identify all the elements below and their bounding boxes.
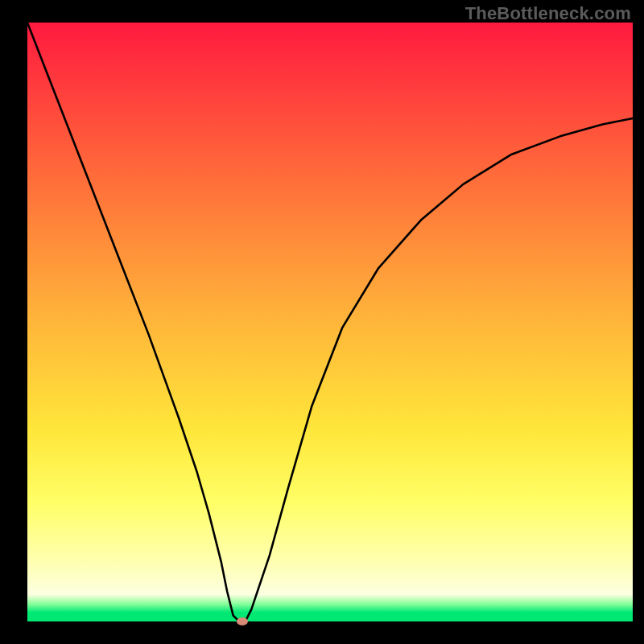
watermark-label: TheBottleneck.com [465, 3, 631, 24]
plot-background [27, 23, 633, 621]
minimum-marker [237, 617, 248, 625]
chart-frame: TheBottleneck.com [0, 0, 644, 644]
chart-svg [0, 0, 644, 644]
